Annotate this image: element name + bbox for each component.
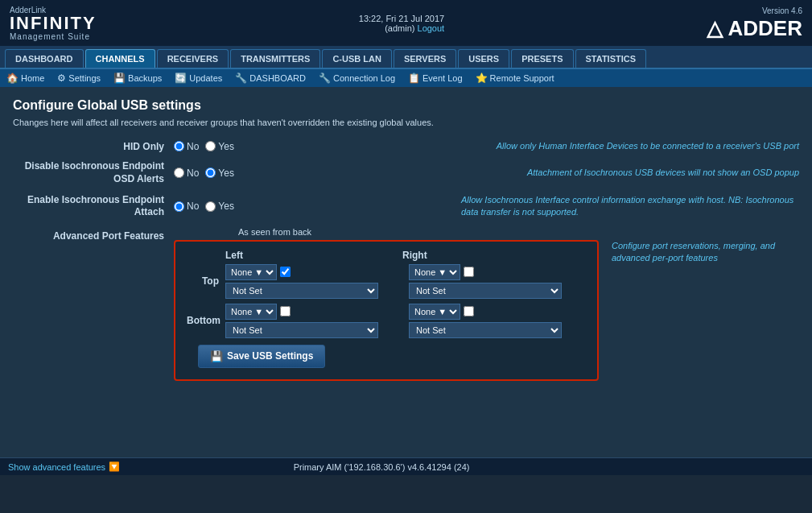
top-right-notset-select[interactable]: Not Set bbox=[409, 283, 562, 299]
port-bottom-row: Bottom None ▼ Not Set bbox=[187, 304, 586, 338]
bottom-right-select-row: None ▼ bbox=[409, 304, 586, 320]
bottom-right-cell: None ▼ Not Set bbox=[409, 304, 586, 338]
show-advanced-features[interactable]: Show advanced features 🔽 bbox=[8, 461, 120, 472]
adder-brand-text: △ ADDER bbox=[707, 16, 802, 41]
as-seen-label: As seen from back bbox=[238, 227, 799, 237]
brand-logo: AdderLink INFINITY Management Suite bbox=[10, 6, 97, 41]
subnav-settings[interactable]: ⚙ Settings bbox=[57, 72, 101, 84]
updates-icon: 🔄 bbox=[175, 72, 187, 84]
bottom-left-select-row: None ▼ bbox=[225, 304, 402, 320]
top-right-cell: None ▼ Not Set bbox=[409, 264, 586, 299]
tab-servers[interactable]: SERVERS bbox=[394, 49, 456, 68]
active-connections-icon: 🔧 bbox=[235, 72, 247, 84]
disable-iso-yes-radio[interactable] bbox=[205, 168, 216, 178]
subnav-updates-label: Updates bbox=[189, 73, 222, 83]
save-usb-button[interactable]: 💾 Save USB Settings bbox=[198, 345, 325, 368]
subnav-event-log[interactable]: 📋 Event Log bbox=[408, 72, 463, 84]
page-title: Configure Global USB settings bbox=[13, 98, 799, 113]
subnav-remote-support[interactable]: ⭐ Remote Support bbox=[476, 72, 554, 84]
subnav-remote-support-label: Remote Support bbox=[490, 73, 554, 83]
top-left-none-select[interactable]: None ▼ bbox=[225, 264, 277, 280]
subnav-active-connections[interactable]: 🔧 DASHBOARD bbox=[235, 72, 306, 84]
hid-only-yes-label[interactable]: Yes bbox=[205, 141, 234, 152]
page-subtitle: Changes here will affect all receivers a… bbox=[13, 118, 799, 127]
disable-iso-yes-label[interactable]: Yes bbox=[205, 168, 234, 179]
subnav-home[interactable]: 🏠 Home bbox=[6, 72, 44, 84]
top-right-checkbox[interactable] bbox=[464, 267, 474, 277]
disable-iso-description: Attachment of Isochronous USB devices wi… bbox=[527, 167, 799, 179]
subnav-connection-log[interactable]: 🔧 Connection Log bbox=[319, 72, 395, 84]
hid-only-yes-radio[interactable] bbox=[205, 141, 216, 151]
save-usb-label: Save USB Settings bbox=[227, 350, 313, 362]
brand-mgmt-text: Management Suite bbox=[10, 32, 97, 41]
enable-iso-yes-radio[interactable] bbox=[205, 201, 216, 212]
top-left-cell: None ▼ Not Set bbox=[225, 264, 402, 299]
enable-iso-no-label[interactable]: No bbox=[174, 201, 199, 212]
tab-presets[interactable]: PRESETS bbox=[511, 49, 573, 68]
header-admin: (admin) Logout bbox=[385, 23, 444, 33]
disable-iso-no-label[interactable]: No bbox=[174, 168, 199, 179]
disable-iso-controls: No Yes bbox=[174, 168, 501, 179]
hid-only-description: Allow only Human Interface Devices to be… bbox=[497, 140, 799, 152]
save-icon: 💾 bbox=[210, 350, 223, 362]
nav-tabs: DASHBOARD CHANNELS RECEIVERS TRANSMITTER… bbox=[0, 46, 812, 69]
subnav-event-log-label: Event Log bbox=[422, 73, 463, 83]
bottom-left-notset-select[interactable]: Not Set bbox=[225, 322, 378, 338]
top-row-label: Top bbox=[187, 275, 225, 287]
subnav-backups[interactable]: 💾 Backups bbox=[113, 72, 162, 84]
enable-iso-controls: No Yes bbox=[174, 201, 435, 212]
tab-cusb-lan[interactable]: C-USB LAN bbox=[322, 49, 392, 68]
bottom-left-none-select[interactable]: None ▼ bbox=[225, 304, 277, 320]
disable-iso-no-radio[interactable] bbox=[174, 168, 184, 178]
top-left-notset-select[interactable]: Not Set bbox=[225, 283, 378, 299]
port-grid-box: Left Right Top None ▼ bbox=[174, 240, 599, 381]
tab-users[interactable]: USERS bbox=[458, 49, 509, 68]
disable-iso-label: Disable Isochronous EndpointOSD Alerts bbox=[13, 160, 174, 185]
subnav-settings-label: Settings bbox=[68, 73, 101, 83]
bottom-row-label: Bottom bbox=[187, 315, 225, 326]
left-col-label: Left bbox=[225, 250, 402, 261]
bottom-right-none-select[interactable]: None ▼ bbox=[409, 304, 460, 320]
header-time: 13:22, Fri 21 Jul 2017 bbox=[359, 14, 444, 23]
subnav-backups-label: Backups bbox=[128, 73, 162, 83]
enable-iso-label: Enable Isochronous EndpointAttach bbox=[13, 194, 174, 219]
advanced-port-description: Configure port reservations, merging, an… bbox=[612, 240, 799, 265]
tab-statistics[interactable]: STATISTICS bbox=[575, 49, 647, 68]
footer-status: Primary AIM ('192.168.30.6') v4.6.41294 … bbox=[120, 462, 643, 472]
advanced-port-label: Advanced Port Features bbox=[13, 227, 174, 242]
event-log-icon: 📋 bbox=[408, 72, 420, 84]
subnav-active-connections-label: DASHBOARD bbox=[249, 73, 306, 83]
enable-iso-description: Allow Isochronous Interface control info… bbox=[461, 194, 799, 219]
bottom-right-notset-select[interactable]: Not Set bbox=[409, 322, 562, 338]
enable-iso-row: Enable Isochronous EndpointAttach No Yes… bbox=[13, 194, 799, 219]
port-grid-header: Left Right bbox=[225, 250, 586, 261]
hid-only-no-label[interactable]: No bbox=[174, 141, 199, 152]
port-top-row: Top None ▼ Not Set bbox=[187, 264, 586, 299]
logout-link[interactable]: Logout bbox=[418, 23, 445, 33]
remote-support-icon: ⭐ bbox=[476, 72, 488, 84]
show-advanced-label: Show advanced features bbox=[8, 462, 105, 472]
bottom-right-checkbox[interactable] bbox=[464, 306, 474, 316]
top-left-checkbox[interactable] bbox=[280, 267, 291, 277]
header: AdderLink INFINITY Management Suite 13:2… bbox=[0, 0, 812, 46]
show-advanced-icon: 🔽 bbox=[109, 461, 120, 472]
tab-channels[interactable]: CHANNELS bbox=[85, 49, 155, 68]
subnav-updates[interactable]: 🔄 Updates bbox=[175, 72, 222, 84]
top-right-none-select[interactable]: None ▼ bbox=[409, 264, 460, 280]
tab-receivers[interactable]: RECEIVERS bbox=[157, 49, 229, 68]
tab-dashboard[interactable]: DASHBOARD bbox=[5, 49, 84, 68]
tab-transmitters[interactable]: TRANSMITTERS bbox=[230, 49, 320, 68]
main-content: Configure Global USB settings Changes he… bbox=[0, 87, 812, 457]
enable-iso-no-radio[interactable] bbox=[174, 201, 184, 212]
header-right: 13:22, Fri 21 Jul 2017 (admin) Logout bbox=[359, 14, 444, 33]
version-label: Version 4.6 bbox=[762, 5, 802, 16]
enable-iso-yes-label[interactable]: Yes bbox=[205, 201, 234, 212]
subnav-connection-log-label: Connection Log bbox=[333, 73, 395, 83]
hid-only-label: HID Only bbox=[13, 141, 174, 152]
hid-only-row: HID Only No Yes Allow only Human Interfa… bbox=[13, 140, 799, 152]
right-col-label: Right bbox=[402, 250, 579, 261]
bottom-left-checkbox[interactable] bbox=[280, 306, 291, 316]
top-left-select-row: None ▼ bbox=[225, 264, 402, 280]
hid-only-controls: No Yes bbox=[174, 141, 471, 152]
hid-only-no-radio[interactable] bbox=[174, 141, 184, 151]
